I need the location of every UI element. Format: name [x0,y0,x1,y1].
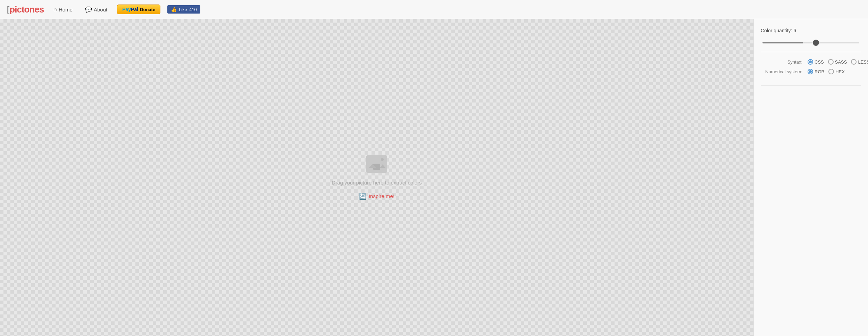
syntax-radio-group: CSS SASS LESS [808,59,868,65]
rgb-radio-circle [808,69,813,74]
numerical-rgb-option[interactable]: RGB [808,69,824,74]
logo-text: p [9,4,15,15]
logo-bracket: [ [7,5,9,14]
header: [ pictones ⌂ Home 💬 About PayPal Donate … [0,0,868,19]
sun-icon [381,158,384,161]
logo-text2: ictones [15,4,44,15]
refresh-icon: 🔄 [359,192,367,200]
thumbs-up-icon: 👍 [171,7,177,12]
syntax-label: Syntax: [761,59,802,65]
mountain2-icon [380,164,385,168]
sass-label: SASS [835,59,847,65]
numerical-hex-option[interactable]: HEX [828,69,845,74]
facebook-like-button[interactable]: 👍 Like 410 [167,5,200,14]
css-label: CSS [815,59,824,65]
about-nav-item[interactable]: 💬 About [82,5,110,14]
home-nav-item[interactable]: ⌂ Home [51,5,75,14]
syntax-row: Syntax: CSS SASS LESS [761,59,861,65]
css-radio-circle [808,59,813,65]
numerical-row: Numerical system: RGB HEX [761,69,861,74]
paypal-label: Donate [140,7,155,12]
home-nav-label: Home [59,7,73,13]
paypal-donate-button[interactable]: PayPal Donate [117,5,160,14]
sass-radio-circle [828,59,834,65]
less-radio-circle [851,59,857,65]
drop-zone-text: Drag your picture here to extract colors [332,180,422,186]
syntax-less-option[interactable]: LESS [851,59,868,65]
about-icon: 💬 [85,6,92,13]
syntax-sass-option[interactable]: SASS [828,59,847,65]
syntax-section: Syntax: CSS SASS LESS [761,59,861,86]
color-quantity-slider[interactable] [762,42,859,43]
less-label: LESS [858,59,868,65]
inspire-button[interactable]: 🔄 Inspire me! [359,192,394,200]
numerical-radio-group: RGB HEX [808,69,845,74]
color-slider-container [761,39,861,45]
syntax-css-option[interactable]: CSS [808,59,824,65]
rgb-label: RGB [815,69,824,74]
fb-count: 410 [189,7,197,12]
hex-label: HEX [835,69,845,74]
inspire-label: Inspire me! [369,193,394,199]
image-placeholder-icon [366,155,387,173]
hex-radio-circle [828,69,834,74]
main-container: Drag your picture here to extract colors… [0,19,868,336]
color-quantity-label: Color quantity: 6 [761,28,861,33]
home-icon: ⌂ [53,6,57,13]
sidebar: Color quantity: 6 Syntax: CSS SASS [753,19,868,336]
paypal-icon: PayPal [122,7,138,12]
fb-like-label: Like [179,7,187,12]
color-quantity-section: Color quantity: 6 [761,28,861,52]
drop-zone[interactable]: Drag your picture here to extract colors… [0,19,753,336]
mountain-icon [369,164,376,168]
numerical-label: Numerical system: [761,69,802,74]
logo[interactable]: [ pictones [7,4,44,15]
about-nav-label: About [94,7,107,13]
